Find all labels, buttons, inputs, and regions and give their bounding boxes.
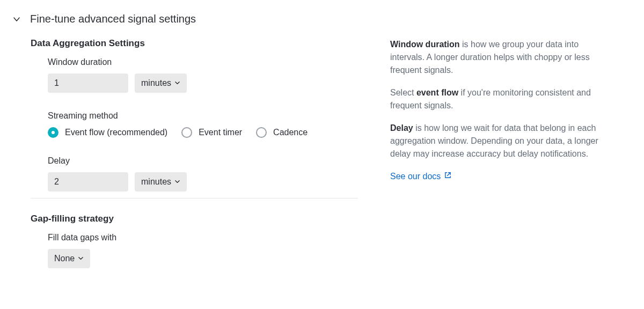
streaming-method-label: Streaming method <box>48 111 358 121</box>
fill-gaps-value: None <box>54 254 75 263</box>
section-header[interactable]: Fine-tune advanced signal settings <box>8 13 636 25</box>
external-link-icon <box>444 170 452 183</box>
window-duration-label: Window duration <box>48 57 358 67</box>
fill-gaps-label: Fill data gaps with <box>48 233 358 242</box>
window-duration-group: Window duration minutes <box>31 57 358 93</box>
help-text: Select <box>390 88 416 97</box>
fill-gaps-select[interactable]: None <box>48 249 90 268</box>
settings-column: Data Aggregation Settings Window duratio… <box>31 38 358 286</box>
chevron-down-icon <box>174 78 180 88</box>
help-bold-term: event flow <box>416 88 458 97</box>
help-window-duration: Window duration is how we group your dat… <box>390 38 605 77</box>
radio-cadence[interactable] <box>256 127 267 138</box>
aggregation-section-title: Data Aggregation Settings <box>31 38 358 49</box>
delay-label: Delay <box>48 156 358 166</box>
delay-input[interactable] <box>48 172 128 192</box>
window-duration-unit-label: minutes <box>141 78 171 88</box>
docs-link-label: See our docs <box>390 170 441 183</box>
delay-unit-label: minutes <box>141 177 171 187</box>
window-duration-input[interactable] <box>48 73 128 93</box>
radio-cadence-label: Cadence <box>273 128 308 137</box>
section-divider <box>31 198 358 198</box>
help-bold-term: Delay <box>390 123 413 133</box>
see-docs-link[interactable]: See our docs <box>390 170 452 183</box>
chevron-down-icon <box>174 177 180 187</box>
radio-event-timer[interactable] <box>181 127 192 138</box>
delay-group: Delay minutes <box>31 156 358 192</box>
gap-section-title: Gap-filling strategy <box>31 214 358 224</box>
chevron-down-icon <box>78 254 84 263</box>
help-event-flow: Select event flow if you're monitoring c… <box>390 86 605 112</box>
help-delay: Delay is how long we wait for data that … <box>390 122 605 160</box>
delay-unit-select[interactable]: minutes <box>135 172 187 192</box>
chevron-down-icon <box>12 14 21 24</box>
help-panel: Window duration is how we group your dat… <box>390 38 605 183</box>
window-duration-unit-select[interactable]: minutes <box>135 73 187 93</box>
help-bold-term: Window duration <box>390 40 460 49</box>
help-text: is how long we wait for data that belong… <box>390 123 598 158</box>
radio-event-flow[interactable] <box>48 127 58 138</box>
radio-event-timer-label: Event timer <box>199 128 242 137</box>
streaming-method-group: Streaming method Event flow (recommended… <box>31 111 358 138</box>
radio-event-flow-label: Event flow (recommended) <box>65 128 167 137</box>
fill-gaps-group: Fill data gaps with None <box>31 233 358 268</box>
page-title: Fine-tune advanced signal settings <box>30 13 196 25</box>
